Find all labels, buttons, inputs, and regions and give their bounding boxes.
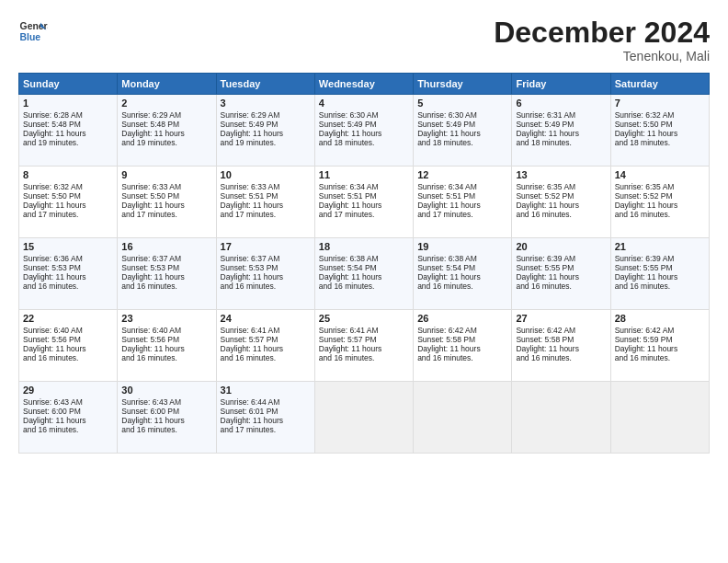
calendar-week-1: 1Sunrise: 6:28 AMSunset: 5:48 PMDaylight… (19, 95, 710, 167)
cell-line: Sunset: 5:49 PM (516, 120, 606, 129)
day-number: 24 (221, 313, 311, 324)
cell-line: Daylight: 11 hours (121, 416, 211, 425)
day-number: 8 (23, 169, 113, 180)
calendar-cell: 26Sunrise: 6:42 AMSunset: 5:58 PMDayligh… (414, 310, 512, 382)
calendar-cell: 25Sunrise: 6:41 AMSunset: 5:57 PMDayligh… (314, 310, 413, 382)
cell-line: and 16 minutes. (121, 282, 211, 291)
day-header-thursday: Thursday (414, 74, 512, 95)
cell-line: Daylight: 11 hours (417, 201, 507, 210)
cell-line: Sunset: 5:53 PM (23, 263, 113, 272)
cell-line: and 17 minutes. (319, 210, 409, 219)
day-number: 31 (221, 385, 311, 396)
cell-line: and 19 minutes. (23, 138, 113, 147)
cell-line: Daylight: 11 hours (23, 272, 113, 282)
cell-line: and 16 minutes. (319, 282, 409, 291)
svg-text:Blue: Blue (20, 32, 41, 42)
cell-line: Sunrise: 6:38 AM (319, 254, 409, 263)
calendar-cell: 15Sunrise: 6:36 AMSunset: 5:53 PMDayligh… (19, 238, 118, 310)
cell-line: Daylight: 11 hours (417, 344, 507, 353)
cell-line: Sunrise: 6:41 AM (319, 326, 409, 335)
day-header-friday: Friday (512, 74, 610, 95)
calendar-cell: 2Sunrise: 6:29 AMSunset: 5:48 PMDaylight… (118, 95, 216, 167)
calendar-cell (610, 382, 709, 454)
cell-line: Sunrise: 6:35 AM (516, 182, 606, 191)
cell-line: Daylight: 11 hours (221, 201, 311, 210)
cell-line: Daylight: 11 hours (23, 129, 113, 138)
day-number: 27 (516, 313, 606, 324)
day-number: 14 (615, 169, 705, 180)
cell-line: Sunset: 5:57 PM (319, 335, 409, 344)
cell-line: Sunrise: 6:40 AM (121, 326, 211, 335)
cell-line: and 16 minutes. (121, 425, 211, 434)
cell-line: Daylight: 11 hours (319, 129, 409, 138)
day-number: 10 (221, 169, 311, 180)
cell-line: Daylight: 11 hours (319, 344, 409, 353)
cell-line: Daylight: 11 hours (319, 201, 409, 210)
cell-line: Sunset: 5:48 PM (23, 120, 113, 129)
cell-line: Sunset: 5:50 PM (23, 191, 113, 201)
cell-line: and 16 minutes. (615, 210, 705, 219)
calendar-week-5: 29Sunrise: 6:43 AMSunset: 6:00 PMDayligh… (19, 382, 710, 454)
cell-line: Sunrise: 6:42 AM (615, 326, 705, 335)
cell-line: Daylight: 11 hours (23, 416, 113, 425)
cell-line: and 18 minutes. (319, 138, 409, 147)
cell-line: Sunset: 5:58 PM (417, 335, 507, 344)
day-header-tuesday: Tuesday (216, 74, 314, 95)
cell-line: Sunset: 5:51 PM (417, 191, 507, 201)
cell-line: Sunset: 5:51 PM (319, 191, 409, 201)
day-number: 17 (221, 241, 311, 252)
day-number: 9 (121, 169, 211, 180)
logo: General Blue (18, 17, 48, 46)
cell-line: Sunrise: 6:42 AM (417, 326, 507, 335)
cell-line: and 16 minutes. (516, 210, 606, 219)
cell-line: Daylight: 11 hours (221, 272, 311, 282)
calendar-cell: 31Sunrise: 6:44 AMSunset: 6:01 PMDayligh… (216, 382, 314, 454)
cell-line: Sunset: 5:54 PM (319, 263, 409, 272)
day-number: 26 (417, 313, 507, 324)
day-number: 23 (121, 313, 211, 324)
cell-line: Daylight: 11 hours (23, 344, 113, 353)
cell-line: Sunrise: 6:41 AM (221, 326, 311, 335)
cell-line: Daylight: 11 hours (23, 201, 113, 210)
cell-line: and 16 minutes. (417, 353, 507, 362)
cell-line: and 16 minutes. (615, 282, 705, 291)
calendar-cell: 30Sunrise: 6:43 AMSunset: 6:00 PMDayligh… (118, 382, 216, 454)
day-number: 1 (23, 98, 113, 109)
day-number: 4 (319, 98, 409, 109)
cell-line: and 17 minutes. (417, 210, 507, 219)
cell-line: Daylight: 11 hours (417, 272, 507, 282)
cell-line: and 16 minutes. (221, 282, 311, 291)
cell-line: Sunset: 5:56 PM (23, 335, 113, 344)
cell-line: and 17 minutes. (221, 425, 311, 434)
cell-line: Sunset: 5:49 PM (319, 120, 409, 129)
day-header-monday: Monday (118, 74, 216, 95)
cell-line: Sunset: 5:53 PM (221, 263, 311, 272)
calendar-cell: 14Sunrise: 6:35 AMSunset: 5:52 PMDayligh… (610, 167, 709, 238)
cell-line: and 16 minutes. (23, 282, 113, 291)
cell-line: Sunrise: 6:33 AM (121, 182, 211, 191)
cell-line: and 16 minutes. (516, 353, 606, 362)
cell-line: Sunrise: 6:42 AM (516, 326, 606, 335)
cell-line: Sunset: 5:59 PM (615, 335, 705, 344)
cell-line: Sunset: 5:50 PM (615, 120, 705, 129)
calendar-cell: 21Sunrise: 6:39 AMSunset: 5:55 PMDayligh… (610, 238, 709, 310)
cell-line: Sunrise: 6:37 AM (121, 254, 211, 263)
cell-line: Daylight: 11 hours (516, 272, 606, 282)
calendar-table: SundayMondayTuesdayWednesdayThursdayFrid… (18, 73, 710, 454)
cell-line: Sunset: 6:00 PM (121, 407, 211, 416)
day-number: 11 (319, 169, 409, 180)
cell-line: Daylight: 11 hours (221, 344, 311, 353)
cell-line: Daylight: 11 hours (417, 129, 507, 138)
cell-line: Sunrise: 6:30 AM (319, 110, 409, 120)
cell-line: Sunrise: 6:31 AM (516, 110, 606, 120)
cell-line: Daylight: 11 hours (121, 129, 211, 138)
calendar-cell (512, 382, 610, 454)
cell-line: Daylight: 11 hours (121, 201, 211, 210)
logo-icon: General Blue (18, 17, 48, 46)
cell-line: Sunrise: 6:43 AM (121, 397, 211, 407)
calendar-cell: 3Sunrise: 6:29 AMSunset: 5:49 PMDaylight… (216, 95, 314, 167)
cell-line: Daylight: 11 hours (516, 129, 606, 138)
calendar-cell: 8Sunrise: 6:32 AMSunset: 5:50 PMDaylight… (19, 167, 118, 238)
cell-line: Daylight: 11 hours (615, 272, 705, 282)
cell-line: Sunrise: 6:34 AM (417, 182, 507, 191)
